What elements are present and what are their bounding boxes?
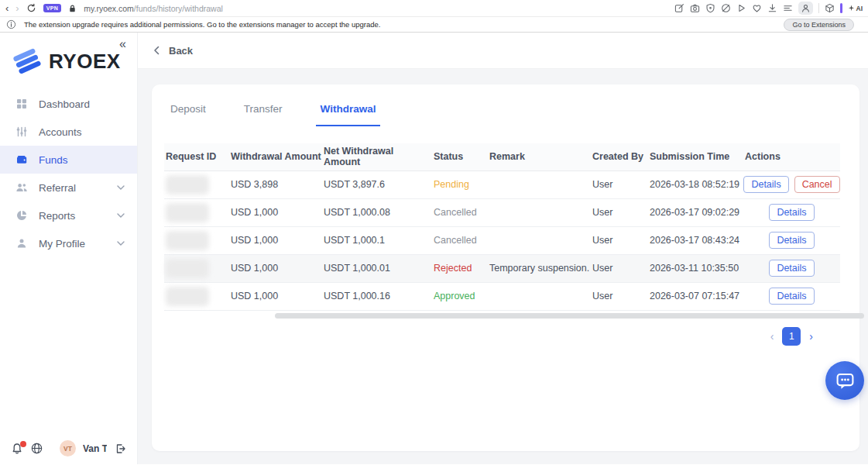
list-icon[interactable] (783, 3, 793, 13)
heart-icon[interactable] (752, 3, 762, 13)
browser-back-icon[interactable]: ‹ (5, 3, 9, 13)
table-row: USD 1,000 USDT 1,000.08 Cancelled User 2… (164, 198, 840, 226)
withdrawal-amount: USD 3,898 (229, 170, 322, 198)
person-icon (801, 3, 811, 13)
play-icon[interactable] (736, 3, 746, 13)
camera-icon[interactable] (690, 3, 700, 13)
sidebar-item-funds[interactable]: Funds (0, 146, 137, 174)
brand-logo[interactable]: RYOEX (12, 48, 137, 74)
sidebar-item-accounts[interactable]: Accounts (0, 118, 137, 146)
globe-icon[interactable] (30, 442, 43, 455)
net-withdrawal-amount: USDT 1,000.16 (322, 282, 432, 310)
remark: Temporary suspension. (488, 254, 591, 282)
page-number-button[interactable]: 1 (782, 327, 801, 346)
sidebar-item-reports[interactable]: Reports (0, 202, 137, 229)
lock-icon[interactable] (68, 4, 77, 13)
globe-slash-icon[interactable] (721, 3, 731, 13)
nav-label: My Profile (39, 238, 85, 250)
user-name: Van Ta... (83, 443, 107, 454)
net-withdrawal-amount: USDT 1,000.01 (322, 254, 432, 282)
reload-icon[interactable] (26, 3, 36, 13)
ai-extension-button[interactable]: AI (848, 5, 863, 12)
url-path: /funds/history/withdrawal (134, 4, 223, 13)
redacted-request-id (166, 175, 209, 195)
chevron-down-icon (117, 241, 125, 246)
horizontal-scrollbar (164, 313, 864, 319)
col-submission-time: Submission Time (648, 143, 743, 170)
net-withdrawal-amount: USDT 3,897.6 (322, 170, 432, 198)
table-header-row: Request ID Withdrawal Amount Net Withdra… (164, 143, 840, 170)
vpn-badge[interactable]: VPN (43, 4, 62, 12)
col-status: Status (432, 143, 488, 170)
tabs: Deposit Transfer Withdrawal (164, 84, 847, 126)
nav-label: Funds (39, 154, 68, 166)
dashboard-grid-icon (15, 98, 28, 110)
details-button[interactable]: Details (769, 260, 814, 277)
net-withdrawal-amount: USDT 1,000.1 (322, 226, 432, 254)
created-by: User (591, 282, 648, 310)
nav-label: Reports (39, 210, 75, 222)
go-to-extensions-button[interactable]: Go to Extensions (784, 19, 854, 31)
browser-forward-icon[interactable]: › (15, 3, 19, 13)
created-by: User (591, 170, 648, 198)
chat-support-button[interactable] (825, 361, 864, 400)
created-by: User (591, 198, 648, 226)
status-badge: Pending (432, 170, 488, 198)
profile-extension-button[interactable] (798, 2, 813, 15)
col-request-id: Request ID (164, 143, 229, 170)
sidebar-item-referral[interactable]: Referral (0, 174, 137, 202)
notifications-button[interactable] (11, 443, 23, 455)
notification-message: The extension upgrade requires additiona… (24, 20, 381, 29)
logout-icon[interactable] (114, 443, 126, 455)
tab-deposit[interactable]: Deposit (166, 103, 211, 126)
brand-name: RYOEX (49, 50, 121, 74)
details-button[interactable]: Details (769, 204, 814, 221)
history-card: Deposit Transfer Withdrawal Request ID W… (152, 84, 859, 451)
back-button[interactable]: Back (169, 45, 193, 57)
status-badge: Rejected (432, 254, 488, 282)
next-page-icon[interactable]: › (809, 330, 813, 343)
nav-label: Dashboard (39, 98, 90, 110)
shield-icon[interactable] (705, 3, 715, 13)
withdrawal-history-table: Request ID Withdrawal Amount Net Withdra… (164, 143, 840, 311)
person-icon (15, 237, 28, 250)
redacted-request-id (166, 203, 209, 222)
submission-time: 2026-03-17 09:02:29 (648, 198, 743, 226)
table-row: USD 3,898 USDT 3,897.6 Pending User 2026… (164, 170, 840, 198)
details-button[interactable]: Details (769, 288, 814, 305)
address-bar[interactable]: my.ryoex.com/funds/history/withdrawal (84, 4, 223, 13)
browser-toolbar: ‹ › VPN my.ryoex.com/funds/history/withd… (0, 0, 868, 16)
tab-withdrawal[interactable]: Withdrawal (316, 103, 381, 126)
remark (488, 282, 591, 310)
back-chevron-icon[interactable] (152, 45, 163, 56)
pagination: ‹ 1 › (164, 327, 847, 346)
sidebar-item-dashboard[interactable]: Dashboard (0, 90, 137, 118)
toolbar-divider (818, 3, 819, 13)
created-by: User (591, 226, 648, 254)
remark (488, 198, 591, 226)
sidebar: « RYOEX Dashboard Accounts F (0, 33, 138, 464)
previous-page-icon[interactable]: ‹ (770, 330, 774, 343)
sidebar-collapse-icon[interactable]: « (119, 37, 126, 51)
col-remark: Remark (488, 143, 591, 170)
cube-icon[interactable] (825, 3, 835, 13)
extension-notification-bar: The extension upgrade requires additiona… (0, 16, 868, 33)
created-by: User (591, 254, 648, 282)
pie-chart-icon (15, 209, 28, 222)
submission-time: 2026-03-17 08:43:24 (648, 226, 743, 254)
cancel-button[interactable]: Cancel (794, 176, 840, 193)
details-button[interactable]: Details (743, 176, 788, 193)
sidebar-item-my-profile[interactable]: My Profile (0, 229, 137, 257)
withdrawal-amount: USD 1,000 (229, 198, 322, 226)
details-button[interactable]: Details (769, 232, 814, 249)
pen-icon[interactable] (674, 3, 684, 13)
download-icon[interactable] (767, 3, 777, 13)
chat-bubble-icon (835, 370, 856, 391)
remark (488, 170, 591, 198)
avatar[interactable]: VT (60, 440, 76, 456)
withdrawal-amount: USD 1,000 (229, 282, 322, 310)
notification-dot (20, 441, 26, 447)
tab-transfer[interactable]: Transfer (239, 103, 287, 126)
url-domain: my.ryoex.com (84, 4, 134, 13)
scrollbar-thumb[interactable] (275, 313, 864, 319)
